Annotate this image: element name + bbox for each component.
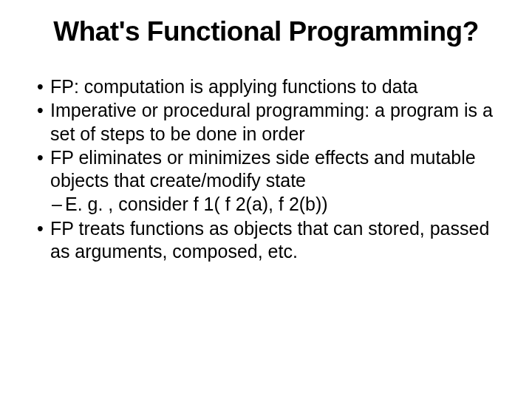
bullet-text: FP treats functions as objects that can … bbox=[50, 217, 502, 264]
bullet-marker-icon: • bbox=[37, 99, 50, 146]
slide-content: • FP: computation is applying functions … bbox=[30, 75, 502, 263]
dash-marker-icon: – bbox=[52, 193, 65, 216]
bullet-text: FP eliminates or minimizes side effects … bbox=[50, 146, 502, 193]
sub-bullet-item: – E. g. , consider f 1( f 2(a), f 2(b)) bbox=[37, 193, 502, 216]
slide-title: What's Functional Programming? bbox=[30, 16, 502, 47]
bullet-text: FP: computation is applying functions to… bbox=[50, 75, 502, 98]
bullet-marker-icon: • bbox=[37, 146, 50, 193]
bullet-item: • Imperative or procedural programming: … bbox=[37, 99, 502, 146]
bullet-item: • FP eliminates or minimizes side effect… bbox=[37, 146, 502, 193]
bullet-marker-icon: • bbox=[37, 75, 50, 98]
bullet-text: Imperative or procedural programming: a … bbox=[50, 99, 502, 146]
bullet-item: • FP treats functions as objects that ca… bbox=[37, 217, 502, 264]
bullet-item: • FP: computation is applying functions … bbox=[37, 75, 502, 98]
sub-bullet-text: E. g. , consider f 1( f 2(a), f 2(b)) bbox=[65, 193, 502, 216]
bullet-marker-icon: • bbox=[37, 217, 50, 264]
